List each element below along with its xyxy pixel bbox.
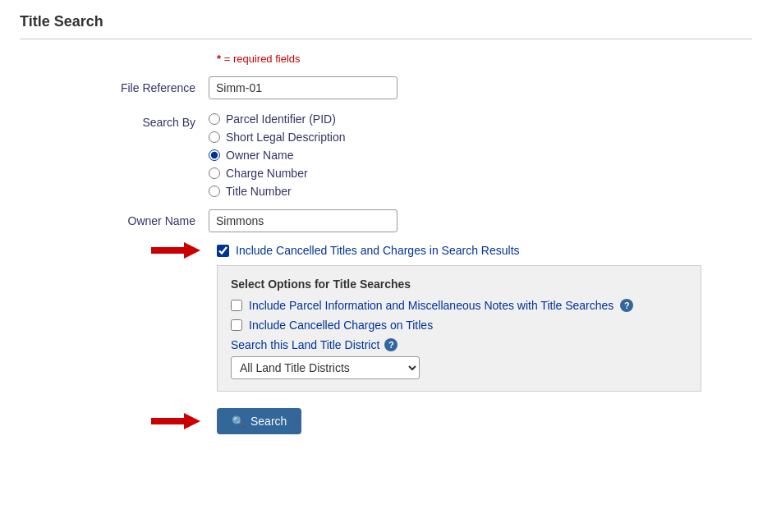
district-select[interactable]: All Land Title Districts Kamloops Nelson… (231, 356, 420, 379)
radio-charge-number-label: Charge Number (226, 167, 308, 180)
search-button-label: Search (250, 415, 287, 428)
include-parcel-help-icon[interactable]: ? (620, 299, 633, 312)
district-label: Search this Land Title District ? (231, 338, 687, 351)
svg-marker-1 (151, 413, 200, 429)
arrow-indicator-cancelled (151, 241, 200, 260)
search-row: 🔍 Search (217, 408, 752, 434)
arrow-svg-search (151, 411, 200, 431)
radio-pid[interactable]: Parcel Identifier (PID) (209, 112, 752, 126)
owner-name-control (209, 209, 752, 232)
search-icon: 🔍 (232, 415, 245, 428)
district-help-icon[interactable]: ? (384, 338, 397, 351)
include-parcel-label: Include Parcel Information and Miscellan… (249, 299, 613, 312)
district-label-text: Search this Land Title District (231, 338, 379, 351)
options-title: Select Options for Title Searches (231, 277, 687, 291)
include-cancelled-checkbox[interactable] (217, 245, 229, 257)
required-star: * (217, 53, 221, 65)
radio-owner-name-input[interactable] (209, 149, 220, 161)
include-parcel-checkbox[interactable] (231, 300, 242, 311)
radio-title-number-input[interactable] (209, 186, 220, 197)
arrow-svg-cancelled (151, 241, 200, 260)
file-reference-control (209, 76, 752, 99)
include-cancelled-charges-row: Include Cancelled Charges on Titles (231, 319, 687, 332)
radio-pid-label: Parcel Identifier (PID) (226, 112, 336, 126)
required-text: = required fields (224, 53, 301, 65)
include-parcel-row: Include Parcel Information and Miscellan… (231, 299, 687, 312)
required-note: * = required fields (217, 53, 752, 65)
options-box: Select Options for Title Searches Includ… (217, 265, 701, 392)
radio-short-legal[interactable]: Short Legal Description (209, 131, 752, 144)
radio-pid-input[interactable] (209, 113, 220, 125)
file-reference-label: File Reference (20, 76, 209, 94)
include-cancelled-charges-checkbox[interactable] (231, 319, 242, 331)
file-reference-row: File Reference (20, 76, 752, 99)
search-by-row: Search By Parcel Identifier (PID) Short … (20, 111, 752, 198)
radio-owner-name-label: Owner Name (226, 149, 293, 162)
include-cancelled-row: Include Cancelled Titles and Charges in … (217, 244, 752, 257)
radio-short-legal-input[interactable] (209, 131, 220, 143)
search-by-label: Search By (20, 111, 209, 129)
radio-charge-number[interactable]: Charge Number (209, 167, 752, 180)
radio-title-number[interactable]: Title Number (209, 185, 752, 198)
file-reference-input[interactable] (209, 76, 397, 99)
radio-charge-number-input[interactable] (209, 167, 220, 179)
include-cancelled-charges-label: Include Cancelled Charges on Titles (249, 319, 433, 332)
owner-name-label: Owner Name (20, 209, 209, 227)
radio-short-legal-label: Short Legal Description (226, 131, 346, 144)
arrow-indicator-search (151, 411, 200, 431)
search-by-options: Parcel Identifier (PID) Short Legal Desc… (209, 111, 752, 198)
owner-name-row: Owner Name (20, 209, 752, 232)
radio-title-number-label: Title Number (226, 185, 292, 198)
owner-name-input[interactable] (209, 209, 397, 232)
search-button[interactable]: 🔍 Search (217, 408, 301, 434)
page-title: Title Search (20, 13, 752, 39)
radio-owner-name[interactable]: Owner Name (209, 149, 752, 162)
svg-marker-0 (151, 242, 200, 259)
include-cancelled-label: Include Cancelled Titles and Charges in … (236, 244, 520, 257)
